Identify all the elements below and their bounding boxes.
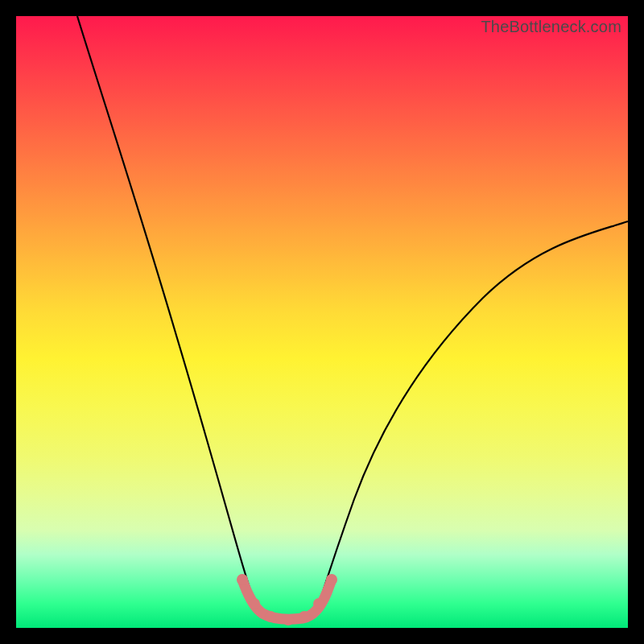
svg-point-1 bbox=[249, 598, 260, 609]
left-curve bbox=[77, 16, 257, 609]
trough-marker-dots bbox=[237, 574, 337, 625]
right-curve bbox=[317, 221, 628, 609]
watermark-text: TheBottleneck.com bbox=[481, 18, 621, 36]
svg-point-3 bbox=[283, 614, 294, 625]
svg-point-5 bbox=[313, 598, 324, 609]
chart-frame: TheBottleneck.com bbox=[0, 0, 644, 644]
svg-point-4 bbox=[299, 611, 310, 622]
svg-point-2 bbox=[265, 611, 276, 622]
svg-point-6 bbox=[326, 574, 337, 585]
chart-svg bbox=[16, 16, 628, 628]
svg-point-0 bbox=[237, 574, 248, 585]
